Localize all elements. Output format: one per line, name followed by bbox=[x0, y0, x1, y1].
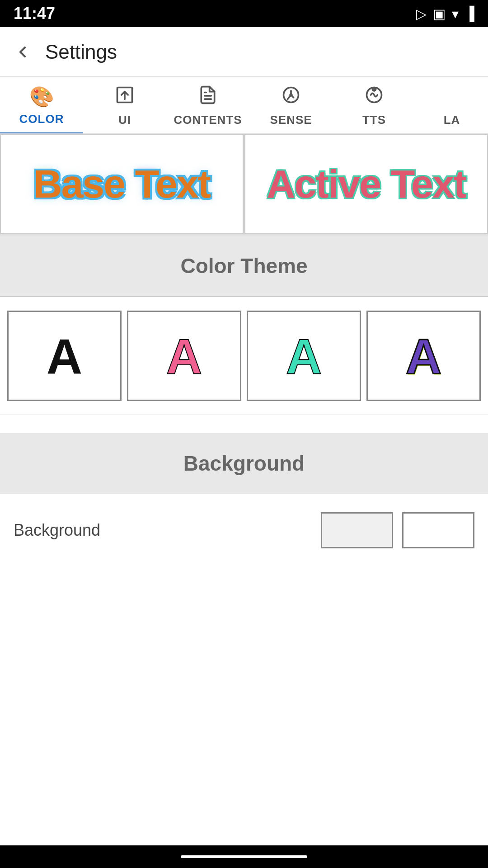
bg-swatch-gray[interactable] bbox=[321, 512, 393, 548]
back-button[interactable] bbox=[14, 43, 32, 61]
play-icon: ▷ bbox=[416, 6, 427, 22]
background-title: Background bbox=[183, 452, 305, 475]
status-icons: ▷ ▣ ▾ ▐ bbox=[416, 6, 474, 22]
tab-la[interactable]: LA bbox=[416, 101, 488, 133]
sense-icon bbox=[281, 85, 301, 109]
color-icon: 🎨 bbox=[29, 85, 54, 108]
tab-ui[interactable]: UI bbox=[83, 77, 166, 133]
contents-icon bbox=[198, 85, 218, 109]
page-title: Settings bbox=[45, 41, 117, 63]
color-theme-section-header: Color Theme bbox=[0, 236, 488, 297]
theme-option-black[interactable]: A bbox=[7, 311, 122, 401]
sim-icon: ▣ bbox=[433, 6, 446, 22]
color-theme-title: Color Theme bbox=[180, 254, 307, 278]
theme-option-pink[interactable]: A bbox=[127, 311, 241, 401]
tab-ui-label: UI bbox=[118, 113, 131, 127]
active-text-preview: Active Text bbox=[267, 161, 466, 207]
bottom-indicator bbox=[181, 855, 307, 858]
theme-a-label-black: A bbox=[47, 327, 82, 385]
theme-a-label-purple: A bbox=[406, 327, 441, 385]
bottom-nav-bar bbox=[0, 845, 488, 868]
signal-icon: ▐ bbox=[465, 6, 474, 21]
tab-contents-label: CONTENTS bbox=[174, 113, 242, 127]
app-bar: Settings bbox=[0, 27, 488, 77]
tab-tts[interactable]: TTS bbox=[333, 77, 416, 133]
tab-contents[interactable]: CONTENTS bbox=[166, 77, 249, 133]
preview-section: Base Text Active Text bbox=[0, 134, 488, 236]
wifi-icon: ▾ bbox=[452, 6, 459, 22]
theme-grid: A A A A bbox=[0, 297, 488, 415]
tab-tts-label: TTS bbox=[362, 113, 386, 127]
tab-sense-label: SENSE bbox=[270, 113, 312, 127]
base-text-card[interactable]: Base Text bbox=[0, 134, 244, 234]
background-row: Background bbox=[0, 494, 488, 566]
background-section-header: Background bbox=[0, 433, 488, 494]
active-text-card[interactable]: Active Text bbox=[244, 134, 488, 234]
theme-a-label-teal: A bbox=[286, 327, 322, 385]
theme-option-purple[interactable]: A bbox=[366, 311, 481, 401]
tab-color[interactable]: 🎨 COLOR bbox=[0, 77, 83, 134]
tabs-bar: 🎨 COLOR UI CONTENTS bbox=[0, 77, 488, 134]
base-text-preview: Base Text bbox=[33, 161, 210, 207]
tab-la-label: LA bbox=[444, 113, 460, 127]
theme-option-teal[interactable]: A bbox=[247, 311, 361, 401]
status-time: 11:47 bbox=[14, 4, 55, 23]
tts-icon bbox=[364, 85, 384, 109]
ui-icon bbox=[115, 85, 135, 109]
background-row-label: Background bbox=[14, 521, 100, 540]
status-bar: 11:47 ▷ ▣ ▾ ▐ bbox=[0, 0, 488, 27]
theme-a-label-pink: A bbox=[166, 327, 202, 385]
tab-color-label: COLOR bbox=[19, 112, 64, 126]
bg-swatches bbox=[321, 512, 474, 548]
bg-swatch-white[interactable] bbox=[402, 512, 474, 548]
tab-sense[interactable]: SENSE bbox=[249, 77, 333, 133]
